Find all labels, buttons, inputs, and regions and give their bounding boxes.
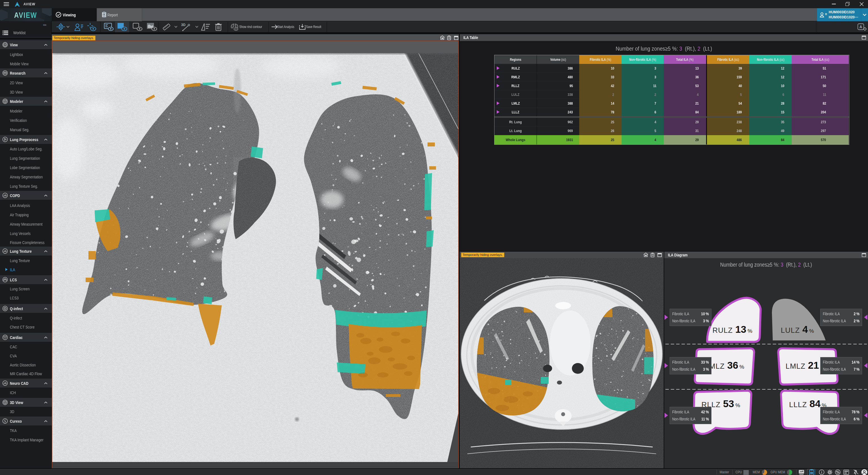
svg-text:3D: 3D: [181, 23, 186, 27]
svg-text:A: A: [860, 25, 862, 29]
